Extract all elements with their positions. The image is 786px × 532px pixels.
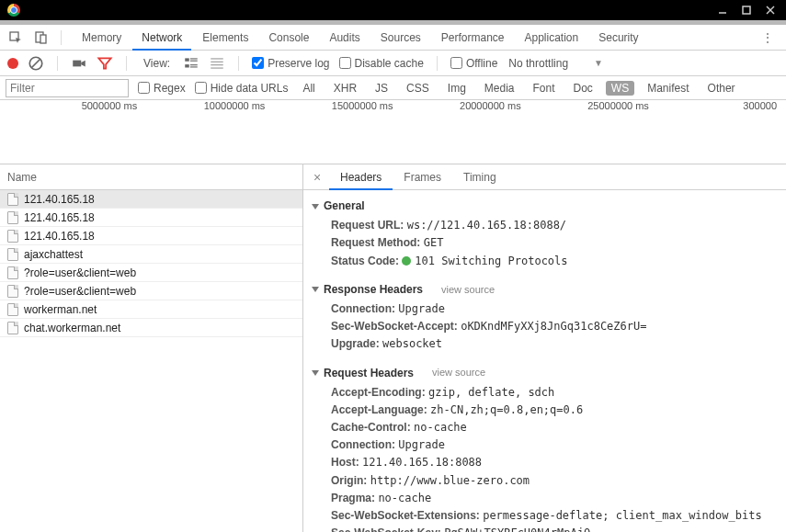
filter-type-media[interactable]: Media: [479, 81, 520, 96]
tab-sources[interactable]: Sources: [371, 25, 430, 51]
filter-type-js[interactable]: JS: [370, 81, 393, 96]
filter-type-other[interactable]: Other: [702, 81, 741, 96]
header-key: Sec-WebSocket-Key:: [331, 526, 441, 532]
request-headers-title: Request Headers: [324, 365, 414, 382]
view-source-link[interactable]: view source: [441, 282, 495, 299]
tab-console[interactable]: Console: [259, 25, 318, 51]
view-source-link[interactable]: view source: [432, 365, 485, 381]
detail-tab-timing[interactable]: Timing: [452, 164, 507, 190]
file-icon: [7, 248, 18, 261]
request-method-value: GET: [424, 236, 444, 249]
tab-network[interactable]: Network: [132, 25, 191, 51]
chrome-icon: [7, 4, 20, 17]
maximize-button[interactable]: [735, 2, 758, 18]
more-menu-icon[interactable]: ⋮: [755, 31, 780, 44]
waterfall-icon[interactable]: [209, 55, 225, 72]
preserve-log-checkbox[interactable]: Preserve log: [252, 57, 329, 70]
minimize-button[interactable]: [711, 2, 735, 18]
hide-data-urls-checkbox[interactable]: Hide data URLs: [195, 82, 289, 95]
request-name: 121.40.165.18: [24, 227, 95, 245]
tab-performance[interactable]: Performance: [432, 25, 514, 51]
tab-elements[interactable]: Elements: [193, 25, 257, 51]
header-row: Sec-WebSocket-Accept: oKDKndMFyXXj8JnGq3…: [313, 318, 777, 335]
svg-rect-19: [211, 67, 223, 68]
offline-checkbox[interactable]: Offline: [450, 57, 497, 70]
tab-audits[interactable]: Audits: [320, 25, 369, 51]
svg-rect-17: [211, 61, 223, 62]
header-key: Connection:: [331, 302, 395, 315]
header-key: Sec-WebSocket-Extensions:: [331, 509, 480, 522]
filter-type-img[interactable]: Img: [442, 81, 472, 96]
request-list-panel: Name 121.40.165.18121.40.165.18121.40.16…: [0, 164, 303, 532]
svg-rect-18: [211, 64, 223, 65]
filter-input[interactable]: [6, 79, 129, 97]
timeline-tick: 25000000 ms: [521, 100, 649, 115]
request-row[interactable]: 121.40.165.18: [0, 227, 302, 245]
request-row[interactable]: ?role=user&client=web: [0, 264, 302, 282]
separator: [126, 56, 127, 71]
clear-icon[interactable]: [28, 55, 44, 72]
inspect-icon[interactable]: [6, 28, 26, 48]
timeline-tick: 10000000 ms: [137, 100, 265, 115]
filter-type-ws[interactable]: WS: [606, 81, 634, 96]
request-row[interactable]: ajaxchattest: [0, 245, 302, 264]
request-row[interactable]: 121.40.165.18: [0, 190, 302, 209]
camera-icon[interactable]: [71, 55, 87, 72]
filter-type-manifest[interactable]: Manifest: [642, 81, 694, 96]
request-row[interactable]: 121.40.165.18: [0, 209, 302, 227]
close-button[interactable]: [758, 2, 782, 18]
header-row: Connection: Upgrade: [313, 300, 777, 318]
request-headers-toggle[interactable]: Request Headersview source: [313, 365, 777, 382]
name-column-header[interactable]: Name: [0, 164, 302, 190]
tab-memory[interactable]: Memory: [73, 25, 131, 51]
detail-tab-frames[interactable]: Frames: [393, 164, 452, 190]
response-headers-section: Response Headersview source Connection: …: [313, 281, 777, 354]
request-row[interactable]: ?role=user&client=web: [0, 282, 302, 300]
header-value: oKDKndMFyXXj8JnGq31c8CeZ6rU=: [461, 320, 646, 333]
disable-cache-checkbox[interactable]: Disable cache: [339, 57, 424, 70]
request-row[interactable]: chat.workerman.net: [0, 319, 302, 337]
filter-type-css[interactable]: CSS: [401, 81, 435, 96]
header-row: Accept-Language: zh-CN,zh;q=0.8,en;q=0.6: [313, 402, 777, 419]
header-row: Upgrade: websocket: [313, 335, 777, 353]
close-detail-button[interactable]: ×: [309, 169, 325, 186]
tab-application[interactable]: Application: [516, 25, 588, 51]
separator: [61, 30, 62, 45]
filter-type-all[interactable]: All: [297, 81, 320, 96]
separator: [437, 56, 438, 71]
filter-type-font[interactable]: Font: [528, 81, 561, 96]
header-key: Accept-Language:: [331, 403, 427, 416]
filter-type-doc[interactable]: Doc: [568, 81, 598, 96]
header-row: Sec-WebSocket-Key: PgSAW+TSYRFcU0N4rMpAj…: [313, 525, 777, 532]
header-row: Accept-Encoding: gzip, deflate, sdch: [313, 384, 777, 402]
header-row: Connection: Upgrade: [313, 436, 777, 454]
devtools-tabs-row: MemoryNetworkElementsConsoleAuditsSource…: [0, 25, 786, 51]
separator: [57, 56, 58, 71]
throttling-select[interactable]: No throttling▼: [508, 57, 603, 70]
header-value: 121.40.165.18:8088: [362, 456, 482, 469]
preserve-log-label: Preserve log: [268, 57, 329, 70]
large-rows-icon[interactable]: [183, 55, 199, 72]
device-toggle-icon[interactable]: [31, 28, 51, 48]
svg-line-8: [32, 59, 40, 67]
request-name: 121.40.165.18: [24, 190, 95, 209]
regex-checkbox[interactable]: Regex: [138, 82, 186, 95]
header-row: Cache-Control: no-cache: [313, 419, 777, 436]
detail-tab-headers[interactable]: Headers: [329, 164, 393, 190]
svg-rect-12: [190, 60, 198, 61]
filter-type-xhr[interactable]: XHR: [328, 81, 362, 96]
tab-security[interactable]: Security: [589, 25, 647, 51]
header-value: Upgrade: [398, 302, 445, 315]
throttling-label: No throttling: [508, 57, 568, 70]
header-key: Cache-Control:: [331, 421, 411, 434]
header-key: Pragma:: [331, 492, 375, 504]
response-headers-toggle[interactable]: Response Headersview source: [313, 281, 777, 299]
filter-icon[interactable]: [97, 55, 113, 72]
svg-rect-11: [190, 58, 198, 59]
request-row[interactable]: workerman.net: [0, 300, 302, 319]
timeline-overview[interactable]: 5000000 ms10000000 ms15000000 ms20000000…: [0, 100, 786, 164]
header-value: permessage-deflate; client_max_window_bi…: [483, 509, 761, 522]
general-section-toggle[interactable]: General: [313, 198, 777, 215]
file-icon: [7, 211, 18, 224]
record-button[interactable]: [7, 58, 18, 69]
